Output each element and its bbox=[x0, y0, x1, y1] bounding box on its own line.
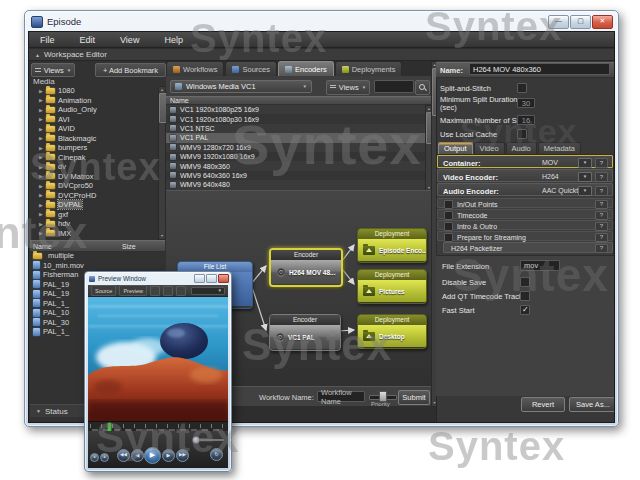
encoder-row-vc1-ntsc[interactable]: VC1 NTSC bbox=[166, 124, 425, 133]
file-row-10-min-mov[interactable]: 10_min.mov bbox=[30, 261, 165, 271]
tree-item-animation[interactable]: ▶Animation bbox=[30, 96, 158, 106]
tree-item-dvpal[interactable]: ▶DVPAL bbox=[30, 200, 158, 210]
snapshot-button[interactable] bbox=[176, 286, 186, 296]
checkbox[interactable] bbox=[520, 277, 530, 287]
split-and-stitch-checkbox[interactable] bbox=[517, 83, 527, 93]
max-splits-field[interactable]: 16 bbox=[517, 115, 535, 125]
checkbox[interactable] bbox=[444, 211, 453, 220]
sidebar-views-dropdown[interactable]: Views ▼ bbox=[31, 63, 75, 77]
preview-window[interactable]: Preview Window Source Preview ▼ bbox=[84, 271, 232, 472]
packetizer-row[interactable]: H264 Packetizer ? bbox=[443, 242, 613, 253]
tree-item-avi[interactable]: ▶AVI bbox=[30, 115, 158, 125]
checkbox[interactable] bbox=[444, 200, 453, 209]
workspace-editor-header[interactable]: ▲ Workspace Editor bbox=[29, 49, 614, 61]
encoder-list-header[interactable]: Name bbox=[166, 96, 431, 105]
tree-item-audio-only[interactable]: ▶Audio_Only bbox=[30, 105, 158, 115]
dropdown-button[interactable]: ▼ bbox=[578, 158, 592, 168]
close-button[interactable]: ✕ bbox=[592, 15, 613, 29]
tab-encoders[interactable]: Encoders bbox=[278, 61, 334, 76]
tree-item-1080[interactable]: ▶1080 bbox=[30, 86, 158, 96]
mark-out-button[interactable] bbox=[163, 286, 173, 296]
help-button[interactable]: ? bbox=[595, 244, 608, 253]
tab-sources[interactable]: Sources bbox=[225, 61, 277, 76]
checkbox[interactable] bbox=[520, 291, 530, 301]
encoder-row-wmv9-640x360-16x9[interactable]: WMV9 640x360 16x9 bbox=[166, 171, 425, 180]
scroll-up-icon[interactable]: ▲ bbox=[159, 88, 165, 92]
expand-arrow-icon[interactable]: ▶ bbox=[39, 145, 46, 151]
encoder-row-vc1-pal[interactable]: VC1 PAL bbox=[166, 133, 425, 142]
tree-item-dv[interactable]: ▶dv bbox=[30, 162, 158, 172]
minimize-button[interactable]: — bbox=[548, 15, 569, 29]
menu-item-help[interactable]: Help bbox=[161, 34, 186, 46]
file-row-multiple[interactable]: multiple bbox=[30, 251, 165, 261]
encoder-row-wmv9-640x480[interactable]: WMV9 640x480 bbox=[166, 180, 425, 189]
menu-item-view[interactable]: View bbox=[117, 34, 142, 46]
expand-arrow-icon[interactable]: ▶ bbox=[39, 192, 46, 198]
use-local-cache-checkbox[interactable] bbox=[517, 129, 527, 139]
expand-arrow-icon[interactable]: ▶ bbox=[39, 97, 46, 103]
tab-workflows[interactable]: Workflows bbox=[166, 61, 224, 76]
encoder-row-vc1-1920x1080p30-16x9[interactable]: VC1 1920x1080p30 16x9 bbox=[166, 114, 425, 123]
checkbox[interactable] bbox=[444, 222, 453, 231]
name-column[interactable]: Name bbox=[30, 243, 52, 250]
min-split-field[interactable]: 30 bbox=[517, 98, 535, 108]
size-column[interactable]: Size bbox=[122, 243, 136, 250]
encoder-name-field[interactable]: H264 MOV 480x360 bbox=[469, 63, 610, 75]
mark-in-button[interactable] bbox=[150, 286, 160, 296]
file-extension-field[interactable]: mov bbox=[520, 260, 560, 271]
skip-end-button[interactable]: ▶▶ bbox=[176, 449, 189, 462]
jog-slider-handle[interactable] bbox=[192, 436, 200, 444]
expand-arrow-icon[interactable]: ▶ bbox=[39, 211, 46, 217]
tree-item-dv-matrox[interactable]: ▶DV Matrox bbox=[30, 172, 158, 182]
tree-item-hdv[interactable]: ▶hdv bbox=[30, 219, 158, 229]
minimize-button[interactable] bbox=[194, 274, 205, 283]
help-button[interactable]: ? bbox=[595, 186, 608, 196]
submit-button[interactable]: Submit bbox=[398, 390, 430, 405]
deployment-node-pictures[interactable]: Deployment Pictures bbox=[357, 269, 427, 304]
help-button[interactable]: ? bbox=[595, 211, 608, 220]
expand-arrow-icon[interactable]: ▶ bbox=[39, 154, 46, 160]
expand-arrow-icon[interactable]: ▶ bbox=[39, 183, 46, 189]
playhead-marker[interactable] bbox=[108, 423, 111, 431]
tree-item-cinepak[interactable]: ▶Cinepak bbox=[30, 153, 158, 163]
skip-start-button[interactable]: ◀◀ bbox=[117, 449, 130, 462]
loop-button[interactable]: ↻ bbox=[210, 448, 223, 461]
mute-button[interactable]: ● bbox=[90, 453, 99, 462]
help-button[interactable]: ? bbox=[595, 222, 608, 231]
source-tab[interactable]: Source bbox=[91, 285, 116, 296]
help-button[interactable]: ? bbox=[595, 200, 608, 209]
tree-item-gxf[interactable]: ▶gxf bbox=[30, 210, 158, 220]
save-as-button[interactable]: Save As... bbox=[569, 397, 615, 412]
encoder-row-wmv9-480x360[interactable]: WMV9 480x360 bbox=[166, 161, 425, 170]
tree-item-avid[interactable]: ▶AVID bbox=[30, 124, 158, 134]
play-button[interactable]: ▶ bbox=[144, 447, 161, 464]
rewind-button[interactable]: ◀ bbox=[131, 449, 144, 462]
encoder-family-dropdown[interactable]: Windows Media VC1 ▼ bbox=[170, 80, 312, 93]
scroll-down-icon[interactable]: ▼ bbox=[159, 234, 165, 238]
dropdown-button[interactable]: ▼ bbox=[578, 172, 592, 182]
tree-item-imx[interactable]: ▶IMX bbox=[30, 229, 158, 239]
expand-arrow-icon[interactable]: ▶ bbox=[39, 116, 46, 122]
tree-item-dvcprohd[interactable]: ▶DVCProHD bbox=[30, 191, 158, 201]
expand-arrow-icon[interactable]: ▶ bbox=[39, 88, 46, 94]
expand-arrow-icon[interactable]: ▶ bbox=[39, 202, 46, 208]
encoder-row-wmv9-1920x1080-16x9[interactable]: WMV9 1920x1080 16x9 bbox=[166, 152, 425, 161]
loop-small-button[interactable]: ● bbox=[100, 453, 109, 462]
expand-arrow-icon[interactable]: ▶ bbox=[39, 221, 46, 227]
close-button[interactable] bbox=[218, 274, 229, 283]
encoder-row-wmv9-1280x720-16x9[interactable]: WMV9 1280x720 16x9 bbox=[166, 143, 425, 152]
search-input[interactable] bbox=[374, 80, 414, 93]
help-button[interactable]: ? bbox=[595, 172, 608, 182]
preview-tab[interactable]: Preview bbox=[119, 285, 147, 296]
tab-deployments[interactable]: Deployments bbox=[335, 61, 403, 76]
tree-item-dvcpro50[interactable]: ▶DVCpro50 bbox=[30, 181, 158, 191]
tree-item-blackmagic[interactable]: ▶Blackmagic bbox=[30, 134, 158, 144]
add-bookmark-button[interactable]: + Add Bookmark bbox=[95, 63, 166, 77]
expand-arrow-icon[interactable]: ▶ bbox=[39, 164, 46, 170]
revert-button[interactable]: Revert bbox=[521, 397, 565, 412]
preview-size-dropdown[interactable]: ▼ bbox=[191, 287, 225, 295]
expand-arrow-icon[interactable]: ▶ bbox=[39, 107, 46, 113]
encoder-views-dropdown[interactable]: Views ▼ bbox=[326, 80, 370, 95]
tree-item-bumpers[interactable]: ▶bumpers bbox=[30, 143, 158, 153]
expand-arrow-icon[interactable]: ▶ bbox=[39, 230, 46, 236]
